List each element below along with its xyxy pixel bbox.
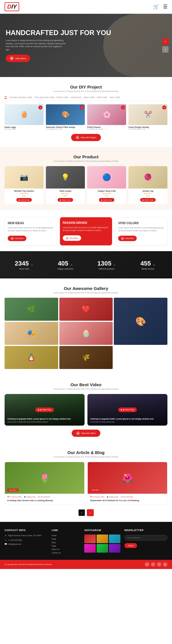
project-share-icon-1[interactable]: ⬆: [80, 105, 84, 109]
footer-link-page[interactable]: Page: [52, 545, 80, 547]
gallery-item-7[interactable]: 🌾: [59, 346, 113, 369]
footer-link-home[interactable]: Home: [52, 535, 80, 537]
header-icons: 🛒 ☰: [153, 4, 167, 10]
view-all-label: View All Project: [81, 136, 96, 139]
video-section-title: Our Best Video: [5, 382, 167, 387]
gallery-item-1[interactable]: 🌿: [5, 298, 58, 321]
newsletter-send-button[interactable]: Send: [124, 543, 137, 548]
gallery-item-6[interactable]: 🪆: [5, 346, 58, 369]
insta-thumb-6[interactable]: [109, 544, 120, 553]
hero-description: Lorem ipsum is simply dummy text of the …: [6, 39, 66, 51]
tab-fibre[interactable]: Fibre and textile crafts: [34, 96, 54, 98]
project-share-icon-0[interactable]: ⬆: [38, 105, 42, 109]
blog-title-0: A Hobby that Grows into a Lasting Beauty: [7, 499, 82, 502]
footer-contact-email: ✉️ info@gmail.com: [5, 543, 48, 545]
project-share-icon-2[interactable]: ⬆: [121, 105, 125, 109]
project-share-icon-3[interactable]: ⬆: [162, 105, 166, 109]
add-cart-button-1[interactable]: ▶ Add to Cart: [58, 198, 73, 202]
logo-d: D: [7, 3, 11, 10]
video-play-button-0[interactable]: ▶ ▶ Video Play: [35, 407, 54, 412]
blog-title-1: September Art Festival for A Love of Dra…: [90, 499, 165, 502]
footer-contact-phone: 📞 +1 433 443 0861: [5, 539, 48, 541]
hero-next-button[interactable]: ›: [162, 38, 169, 45]
instagram-grid: [84, 535, 120, 553]
video-title-1: Contrary to popular belief, Lorem Ipsum …: [90, 418, 165, 420]
gallery-section-subtitle: Lorem ipsum is simply dummy text of the …: [5, 292, 167, 294]
stat-label-1: Happy customers: [46, 268, 85, 270]
newsletter-input[interactable]: [124, 535, 167, 541]
logo[interactable]: DIY: [5, 2, 19, 11]
tab-stone[interactable]: Stone crafts: [110, 96, 120, 98]
project-name-2: Fluffy Flowers: [87, 126, 126, 128]
view-all-video-icon: ▶: [76, 431, 80, 435]
project-author-0: by some e.ngg: [5, 128, 44, 130]
product-image-1: 💡: [46, 166, 85, 189]
blog-tag-0[interactable]: Read More: [7, 489, 18, 491]
stat-label-3: Media reviews: [128, 268, 167, 270]
product-image-0: 📷: [5, 166, 44, 189]
video-play-label-0: ▶ Video Play: [40, 409, 51, 411]
footer-link-blog[interactable]: Blog: [52, 541, 80, 543]
tab-all[interactable]: All: [5, 96, 7, 99]
product-section-title: Our Product: [5, 154, 167, 159]
cart-icon[interactable]: 🛒: [153, 4, 159, 10]
idea-btn-label-0: View More: [15, 237, 24, 239]
view-all-projects-button[interactable]: ▶ View All Project: [71, 134, 101, 141]
add-cart-button-3[interactable]: ▶ Add to Cart: [140, 198, 155, 202]
menu-icon[interactable]: ☰: [163, 4, 167, 10]
footer: CONTACT INFO 📍 Pilgrim Avenue Cherry Cha…: [0, 522, 172, 569]
view-all-video-label: View All Video: [81, 432, 95, 435]
insta-thumb-4[interactable]: [84, 544, 96, 553]
tab-flower[interactable]: Flower crafts: [56, 96, 68, 98]
social-linkedin-icon[interactable]: in: [157, 562, 161, 567]
insta-thumb-1[interactable]: [84, 535, 96, 543]
idea-btn-1[interactable]: ▶ View More: [63, 235, 81, 241]
product-name-3: woolen cap: [130, 190, 166, 192]
tab-ceramics[interactable]: Ceramics and glass crafts: [9, 96, 32, 98]
idea-title-0: NEW IDEAS: [8, 222, 54, 225]
product-section: Our Product Lorem ipsum is simply dummy …: [0, 147, 172, 210]
idea-btn-2[interactable]: ▶ View More: [118, 236, 137, 241]
footer-link-contact[interactable]: Contact Us: [52, 552, 80, 554]
ideas-grid: NEW IDEAS Lorem ipsum dolor sit amet a c…: [5, 217, 167, 245]
tab-leather[interactable]: Leatherwork: [70, 96, 81, 98]
product-tag-3: Bags: [128, 195, 167, 197]
view-all-container: ▶ View All Project: [5, 134, 167, 141]
stat-arrow-2: ▲: [113, 263, 116, 266]
stat-arrow-3: ▲: [153, 263, 155, 266]
insta-thumb-5[interactable]: [97, 544, 108, 553]
add-cart-button-0[interactable]: ▶ Add to Cart: [16, 198, 32, 202]
view-all-video-button[interactable]: ▶ View All Video: [72, 430, 100, 437]
project-name-0: Easter eggs: [5, 126, 44, 128]
add-cart-button-2[interactable]: ▶ Add to Cart: [99, 198, 114, 202]
social-icons-row: f t in p: [145, 562, 167, 567]
footer-instagram-col: INSTAGRAM: [84, 529, 120, 555]
hero-prev-button[interactable]: ‹: [162, 46, 169, 53]
blog-author-1: 👤 Aderayo Dair: [107, 496, 118, 498]
social-twitter-icon[interactable]: t: [151, 562, 155, 567]
tab-metal[interactable]: Metal crafts: [97, 96, 107, 98]
gallery-item-3[interactable]: 🎨: [114, 298, 167, 345]
social-pinterest-icon[interactable]: p: [163, 562, 167, 567]
project-image-3: ✂️: [128, 104, 167, 125]
idea-btn-0[interactable]: ▶ View More: [8, 236, 26, 241]
insta-thumb-3[interactable]: [109, 535, 120, 543]
gallery-item-4[interactable]: 🎭: [5, 322, 58, 345]
video-play-button-1[interactable]: ▶ ▶ Video Play: [118, 407, 137, 412]
social-facebook-icon[interactable]: f: [145, 562, 149, 567]
blog-next-button[interactable]: ›: [87, 509, 94, 516]
insta-thumb-2[interactable]: [97, 535, 108, 543]
gallery-item-2[interactable]: ❤️: [59, 298, 113, 321]
project-tabs: All Ceramics and glass crafts Fibre and …: [5, 96, 167, 101]
blog-section-title: Our Article & Blog: [5, 450, 167, 455]
idea-title-1: Passion Driven: [63, 221, 110, 224]
blog-tag-1[interactable]: Read More: [90, 489, 101, 491]
tab-paper[interactable]: Paper crafts: [84, 96, 95, 98]
footer-link-about[interactable]: About Us: [52, 548, 80, 550]
hero-view-more-button[interactable]: ▶ View More: [6, 55, 30, 62]
gallery-item-5[interactable]: 🧁: [59, 322, 113, 345]
footer-link-shop[interactable]: Shop: [52, 538, 80, 540]
blog-prev-button[interactable]: ‹: [78, 509, 85, 516]
diy-section-title: Our DIY Project: [5, 84, 167, 89]
idea-title-2: Vivid Colors: [118, 222, 164, 225]
